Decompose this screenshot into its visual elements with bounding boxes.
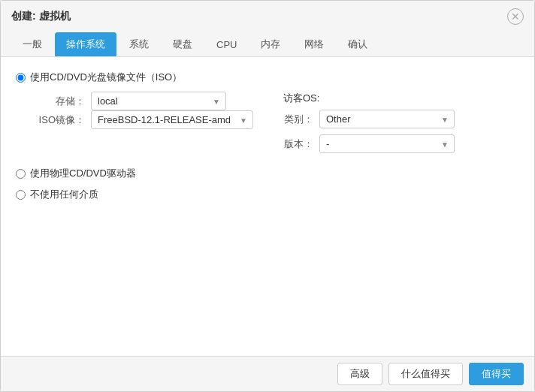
nomedia-radio[interactable] <box>16 190 26 200</box>
version-select[interactable]: - <box>319 134 455 153</box>
tab-disk[interactable]: 硬盘 <box>162 32 204 56</box>
dialog-title: 创建: 虚拟机 <box>11 10 71 23</box>
guest-os-title: 访客OS: <box>283 92 319 104</box>
version-row: 版本： - ▼ <box>283 134 519 153</box>
main-form-section: 存储： local ▼ ISO镜像： FreeBSD-12.1-RELEASE-… <box>32 92 519 159</box>
nomedia-label[interactable]: 不使用任何介质 <box>30 188 98 201</box>
tab-memory[interactable]: 内存 <box>249 32 292 56</box>
footer: 高级 什么值得买 值得买 <box>1 356 534 391</box>
storage-select[interactable]: local <box>91 92 226 110</box>
physical-radio[interactable] <box>16 169 26 179</box>
iso-select-wrapper: FreeBSD-12.1-RELEASE-amd ▼ <box>91 110 253 129</box>
cancel-button[interactable]: 什么值得买 <box>388 363 463 385</box>
left-form: 存储： local ▼ ISO镜像： FreeBSD-12.1-RELEASE-… <box>32 92 268 159</box>
right-form: 访客OS: 类别： Other ▼ 版本： - <box>283 92 519 159</box>
advanced-button[interactable]: 高级 <box>337 363 382 385</box>
physical-option[interactable]: 使用物理CD/DVD驱动器 <box>16 167 519 180</box>
tab-confirm[interactable]: 确认 <box>337 32 379 56</box>
version-select-wrapper: - ▼ <box>319 134 455 153</box>
iso-row: ISO镜像： FreeBSD-12.1-RELEASE-amd ▼ <box>32 110 268 129</box>
tab-network[interactable]: 网络 <box>293 32 335 56</box>
storage-label: 存储： <box>32 95 85 108</box>
tab-bar: 一般 操作系统 系统 硬盘 CPU 内存 网络 确认 <box>1 29 534 57</box>
close-icon: ✕ <box>511 11 520 22</box>
close-button[interactable]: ✕ <box>507 8 524 25</box>
tab-cpu[interactable]: CPU <box>205 34 248 56</box>
category-row: 类别： Other ▼ <box>283 110 519 128</box>
category-label: 类别： <box>283 113 313 126</box>
content-area: 使用CD/DVD光盘镜像文件（ISO） 存储： local ▼ ISO镜像： <box>1 57 534 356</box>
iso-radio[interactable] <box>16 73 26 83</box>
category-select[interactable]: Other <box>319 110 455 128</box>
category-select-wrapper: Other ▼ <box>319 110 455 128</box>
title-bar: 创建: 虚拟机 ✕ <box>1 1 534 29</box>
storage-row: 存储： local ▼ <box>32 92 268 110</box>
tab-general[interactable]: 一般 <box>11 32 53 56</box>
iso-select[interactable]: FreeBSD-12.1-RELEASE-amd <box>91 110 253 129</box>
version-label: 版本： <box>283 137 313 151</box>
physical-label[interactable]: 使用物理CD/DVD驱动器 <box>30 167 136 180</box>
iso-label[interactable]: 使用CD/DVD光盘镜像文件（ISO） <box>30 71 182 84</box>
tab-os[interactable]: 操作系统 <box>55 32 116 56</box>
iso-option[interactable]: 使用CD/DVD光盘镜像文件（ISO） <box>16 71 519 84</box>
dialog: 创建: 虚拟机 ✕ 一般 操作系统 系统 硬盘 CPU 内存 网络 确认 使用C… <box>0 0 535 392</box>
no-media-option[interactable]: 不使用任何介质 <box>16 188 519 201</box>
storage-select-wrapper: local ▼ <box>91 92 226 110</box>
iso-field-label: ISO镜像： <box>32 113 85 127</box>
next-button[interactable]: 值得买 <box>469 363 524 385</box>
tab-system[interactable]: 系统 <box>118 32 160 56</box>
